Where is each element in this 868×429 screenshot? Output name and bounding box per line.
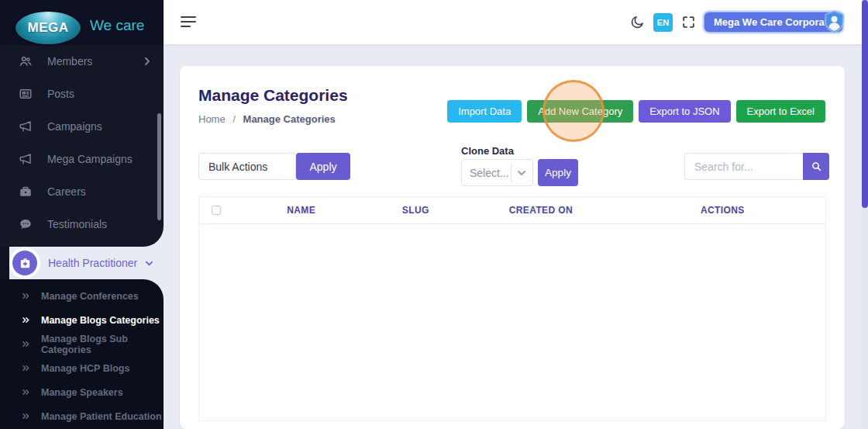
sidebar-menu: Members Posts Campaigns Mega Campaigns C… xyxy=(0,45,164,240)
clone-data-label: Clone Data xyxy=(461,145,514,157)
table-header-row: NAME SLUG CREATED ON ACTIONS xyxy=(199,197,825,224)
page-scrollbar-thumb[interactable] xyxy=(862,0,868,208)
sidebar-submenu: Manage Conferences Manage Blogs Categori… xyxy=(0,279,164,429)
import-data-button[interactable]: Import Data xyxy=(447,100,522,123)
medical-kit-icon xyxy=(12,251,37,275)
column-header-created-on: CREATED ON xyxy=(462,205,620,216)
export-to-json-button[interactable]: Export to JSON xyxy=(639,100,730,123)
submenu-item-manage-hcp-blogs[interactable]: Manage HCP Blogs xyxy=(0,356,164,380)
submenu-item-manage-blogs-categories[interactable]: Manage Blogs Categories xyxy=(0,308,164,332)
export-to-excel-button[interactable]: Export to Excel xyxy=(736,100,825,123)
submenu-item-manage-blogs-sub-categories[interactable]: Manage Blogs Sub Categories xyxy=(0,332,164,356)
submenu-item-label: Manage Blogs Sub Categories xyxy=(41,334,164,355)
language-badge[interactable]: EN xyxy=(653,13,673,32)
sidebar-item-careers[interactable]: Careers xyxy=(0,175,164,208)
megaphone-icon xyxy=(19,119,33,133)
double-chevron-icon xyxy=(22,364,30,372)
double-chevron-icon xyxy=(22,292,30,300)
sidebar-item-label: Mega Campaigns xyxy=(47,153,133,165)
page-title: Manage Categories xyxy=(198,86,348,105)
bulk-actions-select[interactable]: Bulk Actions xyxy=(198,153,296,180)
search-icon xyxy=(811,161,822,172)
topbar: EN Mega We Care Corporate xyxy=(164,0,868,44)
double-chevron-icon xyxy=(22,412,30,420)
sidebar-item-label: Campaigns xyxy=(47,120,102,133)
page-actions: Import Data Add New Category Export to J… xyxy=(447,100,825,123)
sidebar-group-label: Health Practitioner xyxy=(48,257,137,269)
newspaper-icon xyxy=(19,87,33,101)
briefcase-icon xyxy=(19,185,33,199)
megaphone-icon xyxy=(19,152,33,166)
chat-icon xyxy=(19,217,33,231)
app-window: MEGA We care Members Posts Campaigns Meg… xyxy=(0,0,868,429)
logo-suffix: We care xyxy=(90,17,144,34)
sidebar-item-label: Posts xyxy=(47,88,74,100)
clone-apply-button[interactable]: Apply xyxy=(538,159,578,186)
manage-categories-card: Manage Categories Home / Manage Categori… xyxy=(180,66,845,429)
submenu-item-label: Manage HCP Blogs xyxy=(41,363,129,374)
breadcrumb-separator: / xyxy=(232,113,236,125)
mega-logo-ellipse: MEGA xyxy=(16,12,81,44)
search-input[interactable] xyxy=(684,153,803,180)
column-header-name: NAME xyxy=(233,205,370,216)
fullscreen-icon[interactable] xyxy=(681,15,696,29)
table-body-empty xyxy=(199,224,825,421)
sidebar-main-block: MEGA We care Members Posts Campaigns Meg… xyxy=(0,0,164,247)
sidebar-item-campaigns[interactable]: Campaigns xyxy=(0,110,164,143)
sidebar-item-testimonials[interactable]: Testimonials xyxy=(0,208,164,240)
bulk-apply-button[interactable]: Apply xyxy=(296,153,350,180)
sidebar-item-label: Testimonials xyxy=(47,218,107,230)
select-divider xyxy=(511,164,512,182)
sidebar-item-label: Careers xyxy=(47,185,86,198)
brand-logo[interactable]: MEGA We care xyxy=(0,0,164,45)
dark-mode-moon-icon[interactable] xyxy=(629,15,645,30)
double-chevron-icon xyxy=(22,316,30,324)
add-new-category-button[interactable]: Add New Category xyxy=(527,100,633,123)
submenu-item-manage-conferences[interactable]: Manage Conferences xyxy=(0,284,164,308)
breadcrumb: Home / Manage Categories xyxy=(198,113,336,125)
clone-data-select[interactable]: Select... xyxy=(461,159,533,186)
submenu-item-label: Manage Blogs Categories xyxy=(41,315,160,326)
sidebar-item-mega-campaigns[interactable]: Mega Campaigns xyxy=(0,143,164,175)
column-header-actions: ACTIONS xyxy=(620,205,825,216)
submenu-item-label: Manage Speakers xyxy=(41,387,123,398)
categories-table: NAME SLUG CREATED ON ACTIONS xyxy=(198,196,826,421)
user-avatar-icon[interactable] xyxy=(822,9,847,35)
sidebar-item-posts[interactable]: Posts xyxy=(0,78,164,110)
search-button[interactable] xyxy=(803,153,829,180)
breadcrumb-home-link[interactable]: Home xyxy=(198,113,226,125)
submenu-item-label: Manage Patient Education xyxy=(41,411,162,422)
select-all-checkbox[interactable] xyxy=(212,206,221,215)
chevron-right-icon xyxy=(143,57,151,65)
sidebar-scrollbar[interactable] xyxy=(157,113,161,220)
sidebar-group-health-practitioner[interactable]: Health Practitioner xyxy=(9,247,164,279)
sidebar-connector xyxy=(0,247,9,279)
submenu-item-manage-patient-education[interactable]: Manage Patient Education xyxy=(0,404,164,428)
sidebar-item-label: Members xyxy=(47,55,92,67)
users-icon xyxy=(19,54,33,68)
menu-toggle-icon[interactable] xyxy=(181,16,196,28)
submenu-item-manage-speakers[interactable]: Manage Speakers xyxy=(0,380,164,404)
submenu-item-label: Manage Conferences xyxy=(41,291,139,302)
column-header-slug: SLUG xyxy=(369,205,462,216)
chevron-down-icon xyxy=(145,259,153,268)
chevron-down-icon xyxy=(517,168,526,178)
double-chevron-icon xyxy=(22,340,30,348)
double-chevron-icon xyxy=(22,388,30,396)
clone-select-placeholder: Select... xyxy=(470,167,509,179)
sidebar-item-members[interactable]: Members xyxy=(0,45,164,78)
breadcrumb-current: Manage Categories xyxy=(243,113,336,125)
logo-text: MEGA xyxy=(28,20,69,36)
